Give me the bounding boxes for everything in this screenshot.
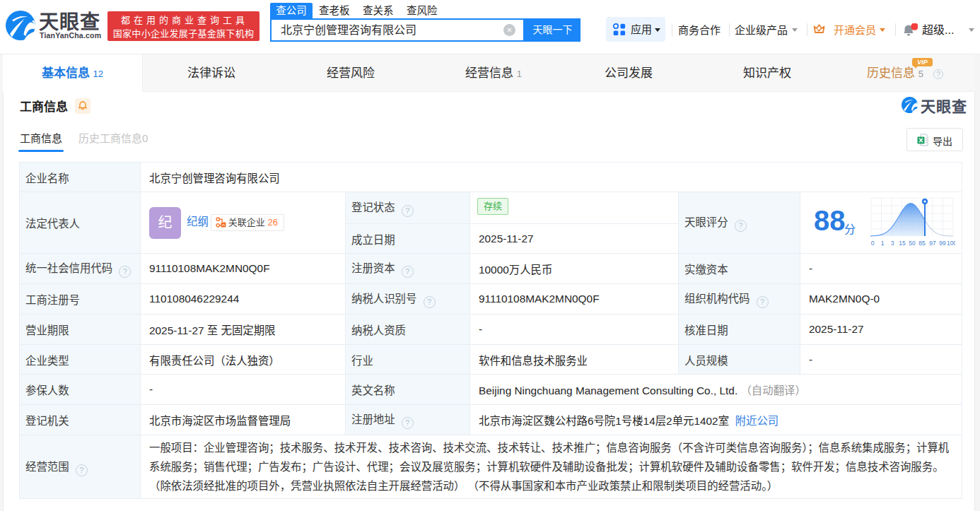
svg-text:99: 99 — [939, 240, 946, 247]
svg-text:0: 0 — [871, 240, 875, 247]
svg-text:1: 1 — [881, 240, 885, 247]
svg-text:85: 85 — [918, 240, 926, 247]
svg-text:97: 97 — [929, 240, 936, 247]
svg-text:50: 50 — [909, 240, 916, 247]
svg-text:3: 3 — [891, 240, 894, 247]
svg-text:15: 15 — [899, 240, 906, 247]
svg-text:100: 100 — [947, 240, 955, 247]
